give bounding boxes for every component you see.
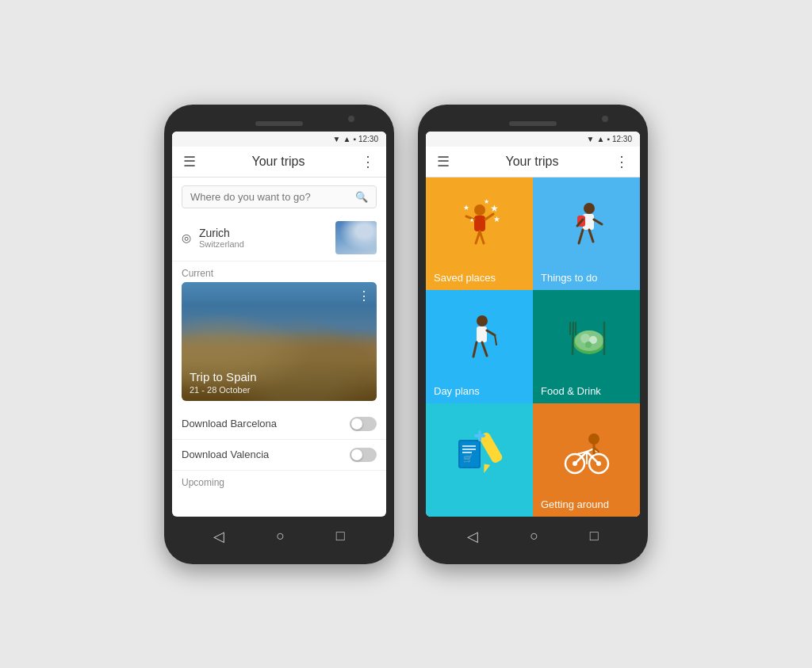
trip-title: Trip to Spain	[190, 370, 369, 384]
svg-line-21	[482, 342, 487, 356]
tile-things-to-do-label: Things to do	[541, 272, 598, 284]
trip-more-icon[interactable]: ⋮	[358, 288, 370, 303]
section-current-label: Current	[172, 261, 386, 282]
svg-line-15	[589, 230, 593, 242]
home-button-left[interactable]: ○	[276, 528, 285, 544]
svg-text:★: ★	[469, 217, 474, 223]
svg-rect-1	[474, 216, 485, 231]
tile-saved-places-label: Saved places	[434, 272, 496, 284]
download-barcelona-toggle[interactable]	[350, 417, 377, 431]
location-name: Zurich	[199, 227, 327, 239]
section-upcoming-label: Upcoming	[172, 471, 386, 491]
svg-line-3	[485, 214, 493, 219]
things-to-do-illustration	[533, 177, 640, 275]
hamburger-icon-right[interactable]: ☰	[437, 153, 450, 170]
status-bar-left: ▼ ▲ ▪ 12:30	[172, 132, 386, 147]
svg-line-20	[473, 342, 477, 357]
svg-rect-42	[478, 430, 481, 441]
svg-line-5	[480, 231, 484, 243]
svg-line-22	[487, 330, 495, 335]
left-phone: ▼ ▲ ▪ 12:30 ☰ Your trips ⋮ 🔍 ◎ Zurich Sw…	[164, 105, 394, 564]
svg-point-18	[477, 315, 488, 326]
location-pin-icon: ◎	[182, 231, 191, 244]
app-title-right: Your trips	[506, 155, 559, 169]
hamburger-icon-left[interactable]: ☰	[183, 153, 196, 170]
signal-icon-right: ▼	[587, 135, 595, 143]
svg-point-54	[588, 433, 599, 445]
signal-icon-left: ▼	[333, 135, 341, 143]
svg-point-0	[474, 204, 485, 216]
right-phone: ▼ ▲ ▪ 12:30 ☰ Your trips ⋮	[418, 105, 648, 564]
tile-day-plans-label: Day plans	[434, 385, 480, 397]
toggle-knob-2	[351, 449, 362, 460]
tiles-grid: ★ ★ ★ ★ ★ Saved places	[426, 177, 640, 517]
tile-guide-book[interactable]: 🛒	[426, 403, 533, 517]
food-drink-illustration	[533, 290, 640, 387]
svg-line-14	[579, 230, 583, 243]
screen-right: ▼ ▲ ▪ 12:30 ☰ Your trips ⋮	[426, 132, 640, 517]
phone-top-bar-left	[172, 113, 386, 132]
camera-right	[602, 116, 608, 122]
location-country: Switzerland	[199, 239, 327, 249]
home-button-right[interactable]: ○	[530, 528, 538, 544]
svg-text:★: ★	[493, 215, 500, 223]
recent-button-left[interactable]: □	[336, 528, 345, 544]
status-icons-right: ▼ ▲ ▪ 12:30	[587, 135, 632, 143]
app-bar-right: ☰ Your trips ⋮	[426, 147, 640, 177]
battery-icon-left: ▪	[353, 135, 356, 143]
svg-marker-40	[480, 462, 492, 474]
download-barcelona-label: Download Barcelona	[182, 418, 277, 429]
svg-line-23	[495, 335, 496, 345]
svg-rect-19	[477, 326, 487, 342]
trip-card[interactable]: Trip to Spain 21 - 28 October ⋮	[182, 282, 377, 401]
camera-left	[348, 116, 354, 122]
location-thumbnail	[335, 221, 377, 254]
svg-text:🛒: 🛒	[463, 453, 473, 464]
bottom-nav-right: ◁ ○ □	[426, 517, 640, 556]
tile-food-drink-label: Food & Drink	[541, 385, 601, 397]
tile-things-to-do[interactable]: Things to do	[533, 177, 640, 291]
download-valencia-toggle[interactable]	[350, 448, 377, 462]
back-button-right[interactable]: ◁	[467, 528, 478, 545]
wifi-icon-left: ▲	[343, 135, 351, 143]
svg-line-16	[594, 219, 602, 224]
bottom-nav-left: ◁ ○ □	[172, 517, 386, 556]
search-bar[interactable]: 🔍	[182, 185, 377, 208]
svg-text:★: ★	[484, 198, 489, 205]
trip-dates: 21 - 28 October	[190, 385, 369, 395]
wifi-icon-right: ▲	[597, 135, 605, 143]
toggle-knob	[351, 418, 362, 429]
search-icon: 🔍	[355, 191, 368, 203]
status-icons-left: ▼ ▲ ▪ 12:30	[333, 135, 378, 143]
location-info: Zurich Switzerland	[199, 227, 327, 249]
svg-text:★: ★	[490, 203, 499, 214]
app-bar-left: ☰ Your trips ⋮	[172, 147, 386, 177]
trip-card-content: Trip to Spain 21 - 28 October	[182, 362, 377, 401]
tile-food-drink[interactable]: Food & Drink	[533, 290, 640, 403]
svg-line-29	[573, 323, 573, 354]
more-icon-left[interactable]: ⋮	[361, 153, 375, 170]
download-valencia-row: Download Valencia	[172, 440, 386, 471]
phone-top-bar-right	[426, 113, 640, 132]
recent-button-right[interactable]: □	[590, 528, 599, 544]
svg-text:★: ★	[463, 204, 469, 212]
svg-line-53	[587, 449, 592, 452]
tile-saved-places[interactable]: ★ ★ ★ ★ ★ Saved places	[426, 177, 533, 291]
tile-getting-around-label: Getting around	[541, 498, 609, 510]
tile-getting-around[interactable]: Getting around	[533, 403, 640, 517]
status-bar-right: ▼ ▲ ▪ 12:30	[426, 132, 640, 147]
speaker-left	[255, 121, 303, 126]
battery-icon-right: ▪	[607, 135, 610, 143]
tile-day-plans[interactable]: Day plans	[426, 290, 533, 403]
speaker-right	[509, 121, 557, 126]
saved-places-illustration: ★ ★ ★ ★ ★	[426, 177, 533, 275]
more-icon-right[interactable]: ⋮	[615, 153, 629, 170]
search-input[interactable]	[190, 191, 355, 203]
screen-left: ▼ ▲ ▪ 12:30 ☰ Your trips ⋮ 🔍 ◎ Zurich Sw…	[172, 132, 386, 517]
back-button-left[interactable]: ◁	[213, 528, 224, 545]
guide-book-illustration: 🛒	[426, 403, 533, 501]
time-right: 12:30	[612, 135, 632, 143]
location-item[interactable]: ◎ Zurich Switzerland	[172, 215, 386, 261]
download-barcelona-row: Download Barcelona	[172, 409, 386, 440]
day-plans-illustration	[426, 290, 533, 387]
